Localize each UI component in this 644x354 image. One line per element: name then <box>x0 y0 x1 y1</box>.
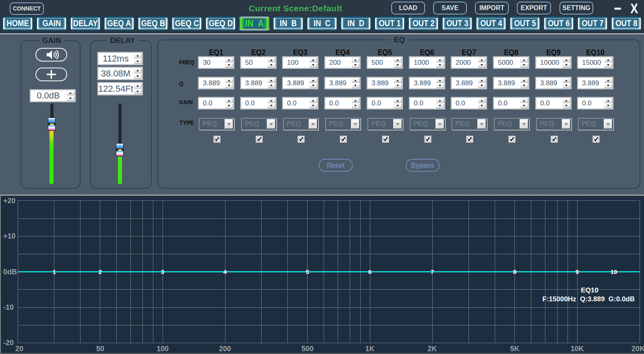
svg-text:500: 500 <box>301 345 314 353</box>
svg-text:1K: 1K <box>365 345 374 353</box>
svg-text:50: 50 <box>96 345 104 353</box>
svg-text:-20: -20 <box>3 339 14 347</box>
svg-text:2K: 2K <box>427 345 437 353</box>
svg-text:+10: +10 <box>3 232 16 240</box>
svg-text:8: 8 <box>513 268 516 275</box>
svg-text:200: 200 <box>219 345 231 353</box>
svg-text:9: 9 <box>576 268 579 275</box>
svg-text:2: 2 <box>99 268 102 275</box>
svg-text:4: 4 <box>223 268 227 275</box>
svg-text:20K: 20K <box>632 345 644 353</box>
svg-text:100: 100 <box>157 345 169 353</box>
svg-text:7: 7 <box>431 268 434 275</box>
svg-text:5: 5 <box>306 268 309 275</box>
svg-text:10: 10 <box>611 268 617 275</box>
svg-text:6: 6 <box>368 268 372 275</box>
svg-text:5K: 5K <box>510 345 519 353</box>
svg-text:20: 20 <box>15 345 23 353</box>
svg-text:-10: -10 <box>3 303 14 311</box>
svg-text:10K: 10K <box>570 345 584 353</box>
svg-text:3: 3 <box>161 268 164 275</box>
svg-text:+20: +20 <box>3 197 16 205</box>
svg-text:EQ10: EQ10 <box>581 286 598 294</box>
svg-text:F:15000Hz Q:3.889 G:0.0dB: F:15000Hz Q:3.889 G:0.0dB <box>542 295 635 303</box>
svg-text:1: 1 <box>53 268 56 275</box>
svg-text:0dB: 0dB <box>3 268 17 276</box>
